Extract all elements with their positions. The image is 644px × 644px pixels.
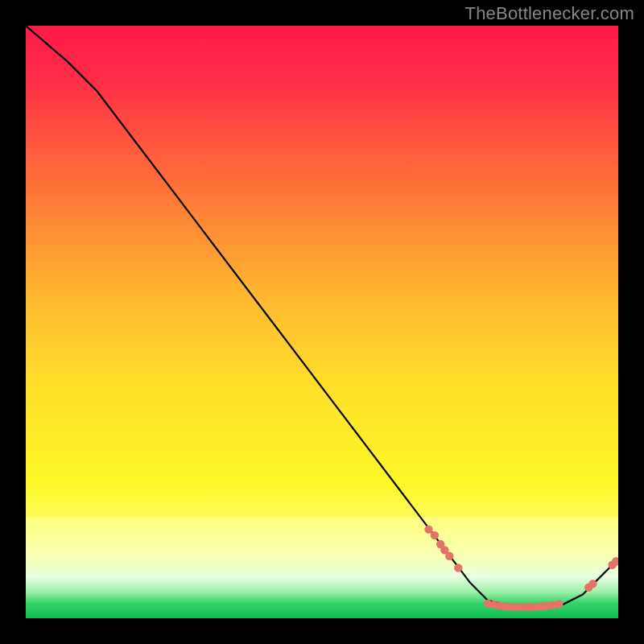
svg-rect-0 xyxy=(26,518,618,559)
chart-svg xyxy=(26,26,618,618)
data-marker xyxy=(445,552,453,560)
highlight-band xyxy=(26,518,618,559)
data-marker xyxy=(454,564,462,572)
plot-area xyxy=(26,26,618,618)
attribution-text: TheBottlenecker.com xyxy=(465,3,634,24)
data-marker xyxy=(588,580,597,588)
data-marker xyxy=(431,531,439,539)
data-marker xyxy=(424,525,432,533)
chart-frame: TheBottlenecker.com xyxy=(0,0,644,644)
data-marker xyxy=(555,600,563,608)
